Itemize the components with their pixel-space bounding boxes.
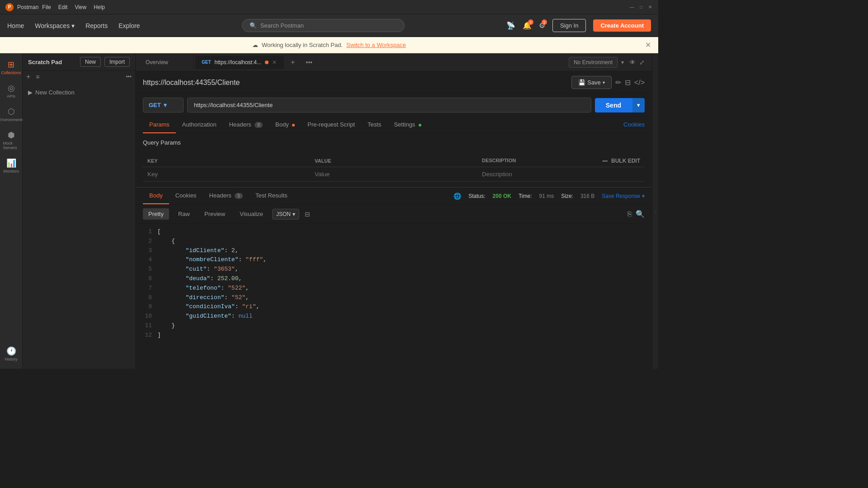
tab-active-request[interactable]: GET https://localhost:4... ✕ bbox=[195, 56, 283, 69]
banner-close-button[interactable]: ✕ bbox=[645, 41, 651, 49]
tab-add-button[interactable]: + bbox=[285, 56, 300, 68]
url-input[interactable] bbox=[187, 98, 591, 113]
nav-right: 📡 🔔 2 ⚙ 1 Sign In Create Account bbox=[506, 19, 651, 32]
request-line: GET ▾ Send ▾ bbox=[136, 94, 652, 117]
tab-more-button[interactable]: ••• bbox=[302, 57, 316, 68]
menu-help[interactable]: Help bbox=[94, 4, 105, 10]
save-dropdown-chevron[interactable]: ▾ bbox=[603, 80, 605, 85]
req-tab-params[interactable]: Params bbox=[143, 117, 176, 133]
preview-btn[interactable]: Preview bbox=[199, 208, 231, 220]
visualize-btn[interactable]: Visualize bbox=[234, 208, 269, 220]
req-tab-body[interactable]: Body bbox=[269, 117, 301, 133]
nav-bar: Home Workspaces ▾ Reports Explore 🔍 Sear… bbox=[0, 14, 658, 37]
code-line-7: 7 "telefono": "522", bbox=[143, 284, 645, 293]
req-tab-tests[interactable]: Tests bbox=[361, 117, 387, 133]
history-label: History bbox=[5, 357, 17, 361]
cookie-badge: 1 bbox=[542, 19, 547, 25]
raw-btn[interactable]: Raw bbox=[173, 208, 195, 220]
new-collection-row[interactable]: ▶ New Collection bbox=[28, 86, 130, 99]
value-input[interactable] bbox=[315, 171, 473, 178]
sidebar-item-monitors[interactable]: 📊 Monitors bbox=[1, 155, 21, 177]
save-response-button[interactable]: Save Response ▾ bbox=[602, 193, 645, 199]
expand-icon[interactable]: ⤢ bbox=[639, 59, 645, 66]
history-icon: 🕐 bbox=[6, 347, 16, 355]
code-line-1: 1 [ bbox=[143, 227, 645, 237]
tab-dirty-dot bbox=[265, 61, 269, 64]
edit-icon-btn[interactable]: ✏ bbox=[615, 78, 621, 87]
code-icon-btn[interactable]: </> bbox=[634, 79, 645, 87]
eye-icon[interactable]: 👁 bbox=[629, 59, 636, 66]
send-dropdown-button[interactable]: ▾ bbox=[632, 98, 645, 113]
req-tab-headers[interactable]: Headers 8 bbox=[223, 117, 269, 133]
code-line-9: 9 "condicionIva": "ri", bbox=[143, 302, 645, 312]
nav-search-area: 🔍 Search Postman bbox=[151, 19, 495, 32]
search-box[interactable]: 🔍 Search Postman bbox=[242, 19, 405, 32]
cookie-icon-btn[interactable]: ⚙ 1 bbox=[539, 21, 545, 30]
sidebar-item-environments[interactable]: ⬡ Environments bbox=[1, 104, 21, 126]
code-line-2: 2 { bbox=[143, 237, 645, 246]
nav-explore[interactable]: Explore bbox=[118, 22, 140, 29]
satellite-icon-btn[interactable]: 📡 bbox=[506, 21, 515, 30]
bulk-edit-button[interactable]: Bulk Edit bbox=[611, 158, 640, 164]
save-label: Save bbox=[587, 79, 601, 86]
menu-view[interactable]: View bbox=[75, 4, 86, 10]
nav-workspaces[interactable]: Workspaces ▾ bbox=[35, 22, 75, 29]
req-tab-settings[interactable]: Settings bbox=[387, 117, 428, 133]
close-button[interactable]: ✕ bbox=[647, 5, 653, 10]
code-line-6: 6 "deuda": 252.00, bbox=[143, 274, 645, 284]
title-bar-left: P Postman File Edit View Help bbox=[5, 3, 105, 11]
copy-icon-btn[interactable]: ⎘ bbox=[627, 210, 632, 218]
sidebar-item-apis[interactable]: ◎ APIs bbox=[1, 80, 21, 102]
menu-edit[interactable]: Edit bbox=[58, 4, 68, 10]
new-button[interactable]: New bbox=[80, 57, 101, 67]
sidebar-item-history[interactable]: 🕐 History bbox=[1, 343, 21, 365]
workspaces-chevron: ▾ bbox=[71, 22, 75, 29]
params-empty-row bbox=[143, 167, 645, 182]
bell-icon-btn[interactable]: 🔔 2 bbox=[523, 21, 532, 30]
response-tabs-bar: Body Cookies Headers 5 Test Results 🌐 St… bbox=[136, 188, 652, 205]
sign-in-button[interactable]: Sign In bbox=[552, 19, 586, 32]
nav-home[interactable]: Home bbox=[7, 22, 24, 29]
send-button-group: Send ▾ bbox=[595, 98, 645, 113]
key-input[interactable] bbox=[147, 171, 306, 178]
save-icon: 💾 bbox=[578, 79, 585, 86]
desc-col-header: DESCRIPTION ••• Bulk Edit bbox=[477, 155, 645, 167]
panel-more-icon[interactable]: ••• bbox=[126, 74, 132, 80]
import-button[interactable]: Import bbox=[104, 57, 130, 67]
satellite-icon: 📡 bbox=[506, 22, 515, 29]
add-collection-icon[interactable]: + bbox=[26, 73, 30, 81]
resp-tab-headers[interactable]: Headers 5 bbox=[203, 188, 249, 204]
resp-headers-count: 5 bbox=[235, 193, 243, 199]
tab-overview[interactable]: Overview bbox=[139, 56, 193, 69]
send-button[interactable]: Send bbox=[595, 98, 632, 113]
maximize-button[interactable]: □ bbox=[638, 5, 644, 10]
tab-close-icon[interactable]: ✕ bbox=[272, 59, 277, 66]
req-tab-authorization[interactable]: Authorization bbox=[176, 117, 223, 133]
resp-tab-cookies[interactable]: Cookies bbox=[169, 188, 203, 204]
filter-icon-btn[interactable]: ⊟ bbox=[305, 211, 310, 218]
req-tab-pre-request[interactable]: Pre-request Script bbox=[301, 117, 361, 133]
sidebar-item-mock-servers[interactable]: ⬢ Mock Servers bbox=[1, 127, 21, 154]
switch-workspace-link[interactable]: Switch to a Workspace bbox=[346, 42, 406, 48]
sidebar-item-collections[interactable]: ⊞ Collections bbox=[1, 57, 21, 79]
pretty-btn[interactable]: Pretty bbox=[143, 208, 169, 220]
save-button[interactable]: 💾 Save ▾ bbox=[571, 76, 612, 89]
desc-input[interactable] bbox=[482, 171, 640, 178]
menu-file[interactable]: File bbox=[42, 4, 51, 10]
minimize-button[interactable]: — bbox=[629, 5, 635, 10]
resp-toolbar-right: ⎘ 🔍 bbox=[627, 210, 645, 218]
filter-icon[interactable]: ≡ bbox=[36, 73, 39, 80]
search-response-btn[interactable]: 🔍 bbox=[636, 210, 645, 218]
json-format-select[interactable]: JSON ▾ bbox=[272, 209, 299, 220]
layout-icon-btn[interactable]: ⊟ bbox=[625, 78, 631, 87]
cookies-link[interactable]: Cookies bbox=[623, 117, 645, 133]
nav-reports[interactable]: Reports bbox=[85, 22, 108, 29]
resp-tab-test-results[interactable]: Test Results bbox=[249, 188, 294, 204]
more-icon[interactable]: ••• bbox=[602, 158, 608, 164]
main-content: Overview GET https://localhost:4... ✕ + … bbox=[136, 53, 652, 369]
env-dropdown-chevron[interactable]: ▾ bbox=[621, 59, 624, 66]
create-account-button[interactable]: Create Account bbox=[593, 19, 651, 32]
resp-tab-body[interactable]: Body bbox=[143, 188, 169, 204]
env-dropdown[interactable]: No Environment bbox=[569, 57, 618, 68]
method-selector[interactable]: GET ▾ bbox=[143, 98, 184, 113]
